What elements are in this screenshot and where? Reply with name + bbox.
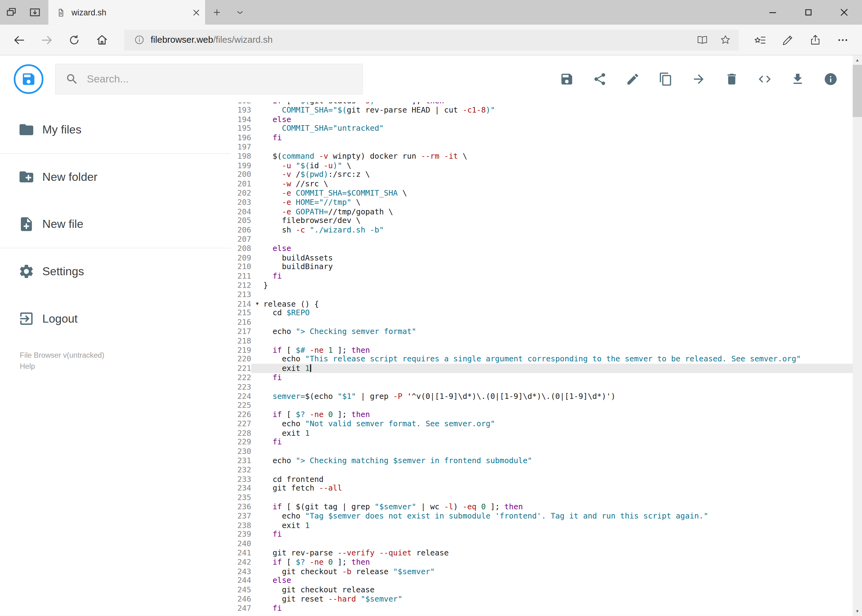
- code-line[interactable]: 219 if [ $# -ne 1 ]; then: [231, 346, 862, 355]
- refresh-button[interactable]: [61, 28, 88, 52]
- code-line[interactable]: 244 else: [231, 576, 862, 585]
- code-line[interactable]: 232: [231, 465, 862, 475]
- sidebar-item-logout[interactable]: Logout: [0, 300, 231, 338]
- tab-close-button[interactable]: [193, 9, 199, 16]
- code-line[interactable]: 215 cd $REPO: [231, 308, 862, 318]
- code-line[interactable]: 202 -e COMMIT_SHA=$COMMIT_SHA \: [231, 189, 862, 198]
- page-scrollbar[interactable]: ▲ ▼: [853, 55, 862, 616]
- code-line[interactable]: 195 COMMIT_SHA="untracked": [231, 124, 862, 133]
- edit-button[interactable]: [626, 72, 640, 86]
- search-box[interactable]: [55, 63, 363, 94]
- code-line[interactable]: 218: [231, 336, 862, 346]
- sidebar-item-my-files[interactable]: My files: [0, 110, 231, 149]
- page-info-icon[interactable]: [130, 35, 149, 45]
- reading-view-button[interactable]: [690, 30, 714, 50]
- code-line[interactable]: 217 echo "> Checking semver format": [231, 327, 862, 336]
- code-view-button[interactable]: [758, 72, 772, 86]
- forward-button[interactable]: [33, 28, 60, 52]
- code-line[interactable]: 222 fi: [231, 373, 862, 382]
- code-line[interactable]: 198 $(command -v winpty) docker run --rm…: [231, 152, 862, 161]
- add-favorite-button[interactable]: [714, 30, 737, 50]
- code-line[interactable]: 197: [231, 142, 862, 152]
- code-line[interactable]: 220 echo "This release script requires a…: [231, 355, 862, 364]
- code-line[interactable]: 194 else: [231, 115, 862, 124]
- app-logo[interactable]: [14, 64, 43, 93]
- home-button[interactable]: [88, 28, 115, 52]
- code-line[interactable]: 196 fi: [231, 133, 862, 142]
- save-button[interactable]: [560, 72, 574, 86]
- share-button[interactable]: [593, 72, 607, 86]
- set-aside-tabs-button[interactable]: [0, 0, 23, 25]
- sidebar-item-new-folder[interactable]: New folder: [0, 158, 231, 196]
- code-line[interactable]: 241 git rev-parse --verify --quiet relea…: [231, 548, 862, 558]
- code-line[interactable]: 205 filebrowser/dev \: [231, 216, 862, 225]
- editor[interactable]: 192 if [ "$(git status -s)" == "" ]; the…: [231, 102, 862, 616]
- sidebar-item-settings[interactable]: Settings: [0, 252, 231, 291]
- code-line[interactable]: 212}: [231, 281, 862, 290]
- new-tab-button[interactable]: [205, 0, 228, 25]
- code-line[interactable]: 207: [231, 235, 862, 244]
- download-button[interactable]: [791, 72, 805, 86]
- code-line[interactable]: 229 fi: [231, 438, 862, 447]
- code-line[interactable]: 227 echo "Not valid semver format. See s…: [231, 419, 862, 428]
- code-line[interactable]: 201 -w //src \: [231, 179, 862, 189]
- sidebar-item-new-file[interactable]: New file: [0, 205, 231, 243]
- code-line[interactable]: 193 COMMIT_SHA="$(git rev-parse HEAD | c…: [231, 105, 862, 115]
- code-line[interactable]: 203 -e HOME="//tmp" \: [231, 198, 862, 207]
- code-line[interactable]: 221 exit 1: [231, 364, 862, 373]
- search-input[interactable]: [87, 73, 352, 85]
- code-line[interactable]: 225: [231, 401, 862, 410]
- code-line[interactable]: 236 if [ $(git tag | grep "$semver" | wc…: [231, 502, 862, 511]
- code-line[interactable]: 247 fi: [231, 604, 862, 613]
- ink-notes-button[interactable]: [774, 28, 801, 52]
- code-line[interactable]: 226 if [ $? -ne 0 ]; then: [231, 410, 862, 419]
- code-line[interactable]: 204 -e GOPATH=//tmp/gopath \: [231, 207, 862, 216]
- restore-tabs-button[interactable]: [23, 0, 46, 25]
- code-line[interactable]: 214▾release () {: [231, 299, 862, 308]
- favorites-hub-button[interactable]: [747, 28, 774, 52]
- minimize-button[interactable]: [755, 0, 791, 25]
- code-line[interactable]: 209 buildAssets: [231, 253, 862, 262]
- copy-button[interactable]: [659, 72, 673, 86]
- code-line[interactable]: 240: [231, 539, 862, 548]
- maximize-button[interactable]: [791, 0, 826, 25]
- code-line[interactable]: 199 -u "$(id -u)" \: [231, 161, 862, 170]
- more-button[interactable]: [829, 28, 856, 52]
- code-line[interactable]: 206 sh -c "./wizard.sh -b": [231, 225, 862, 235]
- address-bar[interactable]: filebrowser.web/files/wizard.sh: [124, 30, 739, 50]
- code-line[interactable]: 239 fi: [231, 530, 862, 539]
- code-line[interactable]: 224 semver=$(echo "$1" | grep -P '^v(0|[…: [231, 391, 862, 401]
- code-line[interactable]: 211 fi: [231, 272, 862, 281]
- browser-tab[interactable]: wizard.sh: [48, 0, 205, 25]
- tab-preview-button[interactable]: [228, 0, 251, 25]
- code-line[interactable]: 237 echo "Tag $semver does not exist in …: [231, 511, 862, 521]
- fold-marker-icon[interactable]: ▾: [251, 299, 263, 308]
- code-line[interactable]: 238 exit 1: [231, 521, 862, 530]
- help-link[interactable]: Help: [20, 361, 231, 372]
- close-window-button[interactable]: [826, 0, 862, 25]
- code-line[interactable]: 231 echo "> Checking matching $semver in…: [231, 456, 862, 465]
- info-button[interactable]: [824, 72, 838, 86]
- code-line[interactable]: 208 else: [231, 244, 862, 253]
- scroll-up-arrow[interactable]: ▲: [853, 55, 862, 64]
- code-line[interactable]: 210 buildBinary: [231, 262, 862, 272]
- code-line[interactable]: 242 if [ $? -ne 0 ]; then: [231, 558, 862, 567]
- scrollbar-thumb[interactable]: [853, 65, 862, 117]
- back-button[interactable]: [6, 28, 33, 52]
- code-line[interactable]: 223: [231, 382, 862, 391]
- code-line[interactable]: 233 cd frontend: [231, 475, 862, 484]
- code-line[interactable]: 245 git checkout release: [231, 585, 862, 594]
- code-line[interactable]: 235: [231, 493, 862, 502]
- code-line[interactable]: 216: [231, 318, 862, 327]
- move-button[interactable]: [692, 72, 706, 86]
- code-line[interactable]: 234 git fetch --all: [231, 484, 862, 493]
- code-line[interactable]: 228 exit 1: [231, 428, 862, 438]
- code-line[interactable]: 200 -v /$(pwd):/src:z \: [231, 170, 862, 179]
- code-line[interactable]: 213: [231, 290, 862, 299]
- code-line[interactable]: 243 git checkout -b release "$semver": [231, 567, 862, 576]
- code-line[interactable]: 192 if [ "$(git status -s)" == "" ]; the…: [231, 102, 862, 105]
- scroll-down-arrow[interactable]: ▼: [853, 607, 862, 616]
- share-page-button[interactable]: [802, 28, 829, 52]
- code-line[interactable]: 246 git reset --hard "$semver": [231, 594, 862, 604]
- code-line[interactable]: 230: [231, 447, 862, 456]
